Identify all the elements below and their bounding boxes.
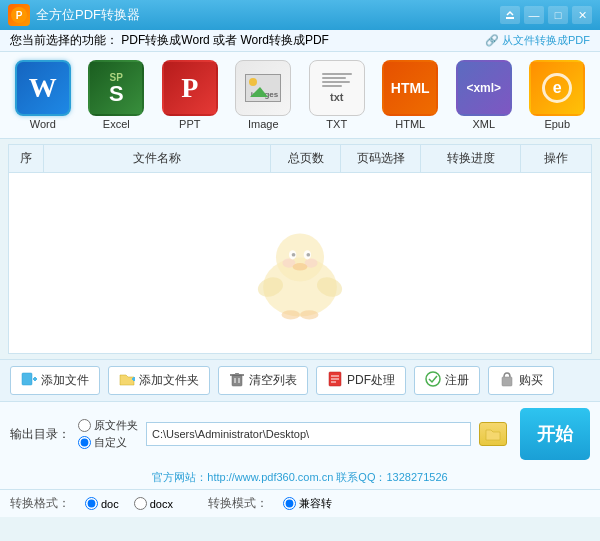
epub-label: Epub xyxy=(544,118,570,130)
excel-label: Excel xyxy=(103,118,130,130)
format-docx-radio[interactable]: docx xyxy=(134,497,173,510)
close-button[interactable]: ✕ xyxy=(572,6,592,24)
svg-rect-22 xyxy=(232,375,242,386)
svg-point-31 xyxy=(426,372,440,386)
mode-label: 转换模式： xyxy=(208,495,268,512)
col-action: 操作 xyxy=(521,145,591,172)
add-file-icon xyxy=(21,371,37,390)
website-bar: 官方网站：http://www.pdf360.com.cn 联系QQ：13282… xyxy=(0,466,600,489)
app-title: 全方位PDF转换器 xyxy=(36,6,500,24)
window-controls: — □ ✕ xyxy=(500,6,592,24)
pdf-process-button[interactable]: PDF处理 xyxy=(316,366,406,395)
register-button[interactable]: 注册 xyxy=(414,366,480,395)
add-file-label: 添加文件 xyxy=(41,372,89,389)
table-body xyxy=(9,173,591,354)
mascot-image xyxy=(240,204,360,324)
register-icon xyxy=(425,371,441,390)
output-dir-bar: 输出目录： 原文件夹 自定义 开始 xyxy=(0,402,600,466)
clear-list-label: 清空列表 xyxy=(249,372,297,389)
radio-custom-label: 自定义 xyxy=(94,435,127,450)
tool-excel[interactable]: SP S Excel xyxy=(84,60,150,130)
titlebar: P 全方位PDF转换器 — □ ✕ xyxy=(0,0,600,30)
svg-point-11 xyxy=(306,253,310,257)
svg-point-15 xyxy=(282,310,300,319)
word-label: Word xyxy=(30,118,56,130)
col-index: 序 xyxy=(9,145,44,172)
clear-list-icon xyxy=(229,371,245,390)
xml-label: XML xyxy=(472,118,495,130)
svg-point-5 xyxy=(276,234,324,282)
duck-svg xyxy=(240,204,360,324)
radio-custom[interactable]: 自定义 xyxy=(78,435,138,450)
format-docx-label: docx xyxy=(150,498,173,510)
output-path-input[interactable] xyxy=(146,422,471,446)
col-filename: 文件名称 xyxy=(44,145,271,172)
buy-button[interactable]: 购买 xyxy=(488,366,554,395)
add-folder-label: 添加文件夹 xyxy=(139,372,199,389)
tool-html[interactable]: HTML xyxy=(378,60,444,130)
image-placeholder: images xyxy=(245,74,281,102)
infobar-description: 您当前选择的功能： PDF转换成Word 或者 Word转换成PDF xyxy=(10,32,329,49)
tool-txt[interactable]: txt TXT xyxy=(304,60,370,130)
format-bar: 转换格式： doc docx 转换模式： 兼容转 xyxy=(0,489,600,517)
restore-button[interactable]: □ xyxy=(548,6,568,24)
image-icon-box: images xyxy=(235,60,291,116)
svg-rect-32 xyxy=(502,377,512,386)
format-label: 转换格式： xyxy=(10,495,70,512)
radio-original-folder[interactable]: 原文件夹 xyxy=(78,418,138,433)
mode-compat-radio[interactable]: 兼容转 xyxy=(283,496,332,511)
tool-epub[interactable]: e Epub xyxy=(525,60,591,130)
html-label: HTML xyxy=(395,118,425,130)
output-label: 输出目录： xyxy=(10,426,70,443)
browse-folder-button[interactable] xyxy=(479,422,507,446)
radio-original-label: 原文件夹 xyxy=(94,418,138,433)
add-folder-icon xyxy=(119,371,135,390)
pdf-process-label: PDF处理 xyxy=(347,372,395,389)
xml-icon-box xyxy=(456,60,512,116)
infobar-prefix: 您当前选择的功能： xyxy=(10,33,118,47)
action-bar: 添加文件 添加文件夹 清空列表 PDF处理 注册 购买 xyxy=(0,359,600,402)
infobar: 您当前选择的功能： PDF转换成Word 或者 Word转换成PDF 从文件转换… xyxy=(0,30,600,52)
start-button[interactable]: 开始 xyxy=(520,408,590,460)
file-table: 序 文件名称 总页数 页码选择 转换进度 操作 xyxy=(8,144,592,354)
add-file-button[interactable]: 添加文件 xyxy=(10,366,100,395)
mode-compat-label: 兼容转 xyxy=(299,496,332,511)
svg-rect-17 xyxy=(22,373,32,385)
col-pageselect: 页码选择 xyxy=(341,145,421,172)
minimize-button[interactable] xyxy=(500,6,520,24)
excel-icon-box: SP S xyxy=(88,60,144,116)
ppt-icon-box xyxy=(162,60,218,116)
register-label: 注册 xyxy=(445,372,469,389)
infobar-highlight: PDF转换成Word 或者 Word转换成PDF xyxy=(121,33,329,47)
format-doc-radio[interactable]: doc xyxy=(85,497,119,510)
svg-text:P: P xyxy=(16,10,23,21)
tool-image[interactable]: images Image xyxy=(231,60,297,130)
tool-word[interactable]: Word xyxy=(10,60,76,130)
buy-icon xyxy=(499,371,515,390)
ppt-label: PPT xyxy=(179,118,200,130)
svg-point-12 xyxy=(293,263,308,270)
txt-label: TXT xyxy=(326,118,347,130)
toolbar: Word SP S Excel PPT images Image xyxy=(0,52,600,139)
pdf-process-icon xyxy=(327,371,343,390)
table-header: 序 文件名称 总页数 页码选择 转换进度 操作 xyxy=(9,145,591,173)
clear-list-button[interactable]: 清空列表 xyxy=(218,366,308,395)
maximize-button[interactable]: — xyxy=(524,6,544,24)
format-doc-label: doc xyxy=(101,498,119,510)
svg-rect-24 xyxy=(235,373,239,375)
col-progress: 转换进度 xyxy=(421,145,521,172)
convert-from-file-link[interactable]: 从文件转换成PDF xyxy=(485,33,590,48)
website-text: 官方网站：http://www.pdf360.com.cn 联系QQ：13282… xyxy=(152,471,447,483)
tool-xml[interactable]: XML xyxy=(451,60,517,130)
col-pages: 总页数 xyxy=(271,145,341,172)
app-logo: P xyxy=(8,4,30,26)
image-label: Image xyxy=(248,118,279,130)
tool-ppt[interactable]: PPT xyxy=(157,60,223,130)
add-folder-button[interactable]: 添加文件夹 xyxy=(108,366,210,395)
epub-icon-box: e xyxy=(529,60,585,116)
word-icon-box xyxy=(15,60,71,116)
txt-icon-box: txt xyxy=(309,60,365,116)
html-icon-box xyxy=(382,60,438,116)
svg-point-10 xyxy=(292,253,296,257)
buy-label: 购买 xyxy=(519,372,543,389)
